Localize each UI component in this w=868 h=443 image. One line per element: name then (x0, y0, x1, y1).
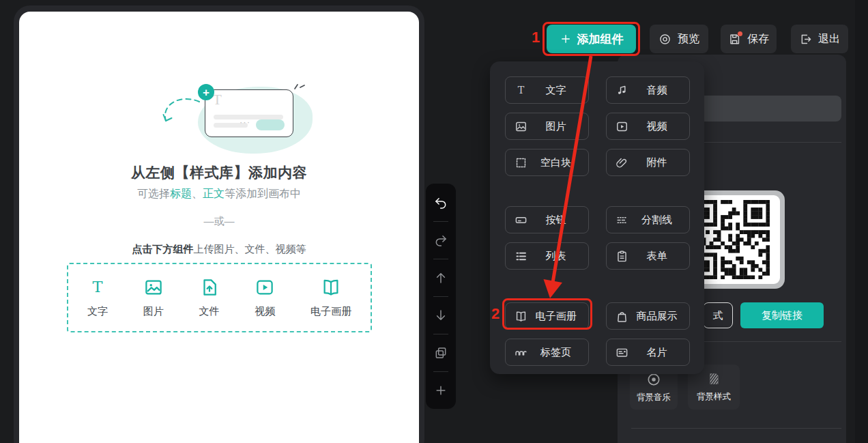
menu-item-list[interactable]: 列表 (505, 242, 589, 270)
dashed-arrow-icon (157, 96, 205, 140)
arrow-up-icon (434, 271, 448, 285)
subtitle-text: 可选择 (137, 188, 170, 199)
video-icon (616, 120, 628, 133)
menu-item-label: 文字 (530, 84, 581, 97)
plus-icon (434, 384, 448, 397)
add-component-label: 添加组件 (577, 31, 624, 47)
upload-item-text[interactable]: T 文字 (87, 277, 108, 318)
menu-item-label: 商品展示 (631, 310, 682, 323)
qr-style-button-label: 式 (713, 309, 723, 322)
panel-divider (631, 428, 841, 429)
menu-item-button[interactable]: 按钮 (505, 206, 589, 233)
card-icon (616, 346, 628, 359)
qr-style-button[interactable]: 式 (703, 302, 733, 328)
illustration-card-letter: T (213, 91, 222, 109)
upload-item-video[interactable]: 视频 (255, 277, 275, 318)
exit-label: 退出 (818, 32, 840, 46)
exit-icon (799, 33, 812, 46)
editor-canvas[interactable]: T ··· + 从左侧【样式库】添加内容 可选择标题、正文等添加到画布中 —或—… (19, 12, 419, 443)
menu-item-label: 视频 (631, 120, 682, 133)
upload-hint: 点击下方组件上传图片、文件、视频等 (19, 243, 419, 256)
form-icon (616, 250, 628, 263)
arrow-down-icon (434, 309, 448, 322)
menu-item-label: 图片 (530, 120, 581, 133)
component-menu-group-3: 电子画册 商品展示 标签页 名片 (505, 302, 689, 366)
save-button[interactable]: 保存 (721, 25, 777, 53)
text-icon: T (515, 84, 527, 97)
menu-item-image[interactable]: 图片 (505, 113, 589, 140)
text-icon: T (87, 277, 108, 298)
tabs-icon (515, 346, 527, 359)
canvas-toolbar (426, 184, 456, 409)
menu-item-label: 分割线 (631, 214, 682, 227)
illustration-button-pill (256, 119, 285, 130)
upload-item-label: 文字 (87, 305, 108, 318)
subtitle-link-title[interactable]: 标题 (170, 188, 192, 199)
illustration-card: T ··· (205, 89, 293, 137)
upload-hint-rest: 上传图片、文件、视频等 (194, 243, 306, 255)
menu-item-album[interactable]: 电子画册 (505, 302, 589, 330)
preview-button[interactable]: 预览 (650, 25, 708, 53)
subtitle-link-body[interactable]: 正文 (203, 188, 225, 199)
exit-button[interactable]: 退出 (791, 25, 848, 53)
upload-item-image[interactable]: 图片 (143, 277, 164, 318)
toolbar-duplicate[interactable] (426, 334, 456, 371)
canvas-wrapper: T ··· + 从左侧【样式库】添加内容 可选择标题、正文等添加到画布中 —或—… (14, 5, 424, 443)
duplicate-icon (434, 346, 448, 360)
menu-item-product[interactable]: 商品展示 (606, 302, 690, 330)
menu-item-label: 电子画册 (530, 310, 581, 323)
list-icon (515, 250, 527, 263)
menu-item-label: 按钮 (530, 214, 581, 227)
save-icon (728, 33, 741, 46)
menu-item-attachment[interactable]: 附件 (606, 149, 690, 176)
empty-state-illustration: T ··· + (156, 78, 314, 162)
product-icon (616, 310, 628, 323)
toolbar-move-up[interactable] (426, 259, 456, 296)
bg-style-icon (706, 371, 721, 386)
blank-block-icon (515, 156, 527, 169)
component-menu-group-1: T 文字 音频 图片 视频 空白块 附件 (505, 76, 689, 176)
toolbar-add[interactable] (426, 371, 456, 409)
video-icon (255, 277, 275, 298)
copy-link-label: 复制链接 (762, 309, 802, 322)
upload-item-file[interactable]: 文件 (199, 277, 220, 318)
upload-item-label: 视频 (255, 305, 275, 318)
upload-item-label: 文件 (199, 305, 220, 318)
menu-item-form[interactable]: 表单 (606, 242, 690, 270)
subtitle-text: 、 (192, 188, 203, 199)
step1-number: 1 (532, 29, 540, 46)
menu-item-label: 表单 (631, 250, 682, 263)
or-divider-label: —或— (19, 215, 419, 228)
background-style-label: 背景样式 (697, 391, 731, 403)
upload-components-box: T 文字 图片 文件 视频 电子画册 (67, 263, 372, 332)
toolbar-undo[interactable] (426, 184, 456, 221)
menu-item-label: 名片 (631, 346, 682, 359)
toolbar-redo[interactable] (426, 221, 456, 259)
menu-item-blank-block[interactable]: 空白块 (505, 149, 589, 176)
image-icon (515, 120, 527, 133)
component-menu: T 文字 音频 图片 视频 空白块 附件 按钮 (490, 61, 704, 374)
menu-item-tab-page[interactable]: 标签页 (505, 339, 589, 366)
copy-link-button[interactable]: 复制链接 (740, 302, 824, 328)
menu-item-audio[interactable]: 音频 (606, 76, 690, 104)
empty-state-title: 从左侧【样式库】添加内容 (19, 163, 419, 182)
upload-hint-bold: 点击下方组件 (132, 243, 194, 255)
attachment-icon (616, 156, 628, 169)
file-upload-icon (199, 277, 220, 298)
menu-item-text[interactable]: T 文字 (505, 76, 589, 104)
menu-item-divider[interactable]: 分割线 (606, 206, 690, 233)
right-scroll-gutter (855, 0, 868, 443)
save-label: 保存 (747, 32, 769, 46)
undo-icon (434, 196, 448, 210)
add-component-button[interactable]: 添加组件 (547, 25, 636, 53)
upload-item-label: 图片 (143, 305, 164, 318)
plus-badge-icon: + (198, 84, 214, 100)
menu-item-business-card[interactable]: 名片 (606, 339, 690, 366)
component-menu-group-2: 按钮 分割线 列表 表单 (505, 206, 689, 270)
menu-item-label: 附件 (631, 156, 682, 169)
menu-item-video[interactable]: 视频 (606, 113, 690, 140)
upload-item-album[interactable]: 电子画册 (310, 277, 351, 318)
svg-text:T: T (518, 84, 525, 95)
toolbar-move-down[interactable] (426, 296, 456, 334)
menu-item-label: 音频 (631, 84, 682, 97)
